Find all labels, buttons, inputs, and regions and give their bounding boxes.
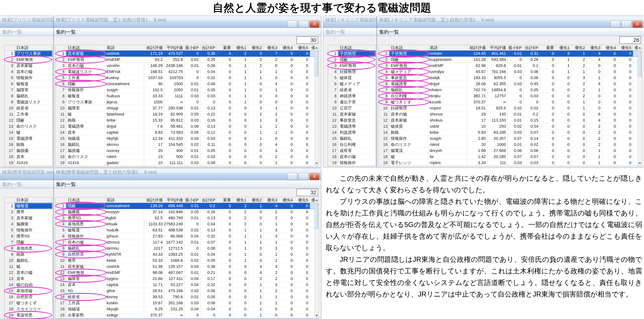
table-row[interactable]: 13嘘体質ustist102500.020.04000200 (378, 123, 638, 130)
table-row[interactable]: 3資本家嘘 (4, 63, 52, 69)
scroll-down-button[interactable] (638, 160, 642, 166)
table-row[interactable]: 19電子レンジrnjdns3.331110.030.03000100 (378, 160, 638, 166)
maximize-button[interactable] (622, 21, 631, 28)
table-row[interactable]: 11資本の嘘shnnus291450.010.2000600 (378, 111, 638, 117)
table-row[interactable]: 12EMF無視msEMF98.08467.0470.010.21004200 (56, 270, 315, 276)
table-row[interactable]: 10脳錯乱 (4, 257, 52, 264)
close-button[interactable]: ✕ (632, 21, 642, 28)
table-row[interactable]: 11資本家嘘usshnk51.36135.1570.030.38004300 (56, 264, 315, 270)
maximize-button[interactable] (299, 173, 308, 180)
table-row[interactable]: 10携帯keitai53.331066.60.020.05010100 (56, 257, 315, 264)
table-row[interactable]: 6嘘報道 (4, 81, 52, 87)
table-row[interactable]: 11嘘falsehood18.2482.9090.050.22002200 (56, 111, 315, 117)
window-titlebar[interactable]: 検索[携帯電磁波問題＿霊と自然の登場1、 9.sea] (54, 168, 321, 180)
table-row[interactable]: 18スカイツリー (4, 306, 52, 312)
table-row[interactable]: 2携帯 (4, 209, 52, 215)
table-row[interactable]: 6電磁誘導dnjyd28.0662.3550.030.45002400 (378, 81, 638, 87)
table-row[interactable]: 1931419 (4, 160, 52, 166)
table-row[interactable]: 6嘘メディア (328, 81, 376, 87)
table-row[interactable]: 16命のリスクrskint2010000.010.02000200 (378, 142, 638, 148)
scroll-down-button[interactable] (315, 313, 319, 318)
record-count-field[interactable]: 26 (619, 37, 641, 44)
table-row[interactable]: 4基地塔悪kttuak1103.3327583.24900.04020100 (56, 221, 315, 227)
table-row[interactable]: 7情報操作susjyh102.520500.010.05010100 (56, 87, 315, 93)
window-titlebar[interactable]: 検索[携帯電磁波問題.sea] (0, 168, 54, 180)
table-row[interactable]: 3資本の嘘usnshn146.292438.1660.010.06012000 (56, 63, 315, 69)
table-row[interactable]: 19電波塔悪 (4, 312, 52, 318)
table-row[interactable]: 9プリウス事故jkprus1000∞00010000 (56, 99, 315, 105)
table-row[interactable]: 8自公利権rknjku382.711275700.03002000 (378, 93, 638, 99)
table-row[interactable]: 6携帯5G (4, 233, 52, 239)
scroll-up-button[interactable] (315, 45, 319, 51)
table-row[interactable]: 13電磁誘導dnjyd7.658.4610.060.13001100 (56, 123, 315, 130)
table-row[interactable]: 16自然拒否 (4, 294, 52, 300)
table-row[interactable]: 1嘘報道 (4, 203, 52, 209)
table-row[interactable]: 1931419gadatz10111.1110.030.09000100 (56, 160, 315, 166)
close-button[interactable]: ✕ (310, 21, 319, 28)
table-row[interactable]: 19企業姿勢ssikgy370.37∞00001000 (56, 312, 315, 318)
table-row[interactable]: 4妊婦無理 (328, 69, 376, 75)
table-row[interactable]: 10公官庁 (328, 105, 376, 111)
table-row[interactable]: 5事故窒息tsskjk183.333055.500.06003100 (378, 75, 638, 81)
table-row[interactable]: 6情報操作jyhsus27.8386.9680.040.32011300 (56, 233, 315, 239)
table-row[interactable]: 5工作者kusksy1037.0310370300.01011000 (56, 75, 315, 81)
table-row[interactable]: 11嘘 (4, 264, 52, 270)
table-row[interactable]: 7脳障害 (4, 87, 52, 93)
table-row[interactable]: 14嘘 (4, 130, 52, 136)
table-row[interactable]: 14資本capital11.7153.2270.040.22001300 (56, 282, 315, 288)
table-row[interactable]: 16脳錯乱skrnnu17154.5450.020.11000400 (56, 142, 315, 148)
table-row[interactable]: 15強磁場hkyhjb12.34411.3330.030.03001000 (56, 136, 315, 142)
table-row[interactable]: 8基地塔悪 (4, 245, 52, 251)
window-titlebar[interactable]: 検索[ＪＲリニア電磁波問題.sea] (323, 16, 376, 28)
table-row[interactable]: 9電磁波リスク (4, 99, 52, 105)
table-row[interactable]: 9賄賂 (4, 251, 52, 257)
table-row[interactable]: 3資本家嘘 (4, 215, 52, 221)
table-row[interactable]: 15電磁誘導 (4, 136, 52, 142)
table-row[interactable]: 9自然拒否kyhNTR43.331083.250.010.04010100 (56, 251, 315, 257)
table-row[interactable]: 10脳障害nhsygi37.77290.5380.010.13003100 (56, 105, 315, 111)
table-row[interactable]: 5嘘報道hudufk63.51488.5380.020.13011300 (56, 227, 315, 233)
table-row[interactable]: 16自公利権 (328, 142, 376, 148)
table-row[interactable]: 11資本家嘘 (328, 111, 376, 117)
table-row[interactable]: 11工作者 (4, 111, 52, 117)
table-row[interactable]: 13命のリスク (4, 123, 52, 130)
table-row[interactable]: 10妊婦無理nnpmr18.51925.50.020.02001000 (378, 105, 638, 111)
table-row[interactable]: 12隠蔽 (4, 117, 52, 123)
table-row[interactable]: 17成長害 (328, 148, 376, 154)
table-row[interactable]: 14嘘の自由 (4, 282, 52, 288)
table-row[interactable]: 17嘘つきくず (4, 300, 52, 306)
table-row[interactable]: 2脳腫瘍nusyyh37.14142.8460.050.26020200 (56, 209, 315, 215)
table-row[interactable]: 1プリウス事故 (4, 51, 52, 57)
table-row[interactable]: 4資本の嘘 (4, 69, 52, 75)
table-row[interactable]: 16経産省kisnsy39.53790.60.010.05001100 (56, 294, 315, 300)
scroll-up-button[interactable] (638, 45, 642, 51)
table-row[interactable]: 18資本の嘘 (328, 154, 376, 160)
table-row[interactable]: 18強磁場hkyujb9.25231.250.040.04001000 (56, 306, 315, 312)
table-row[interactable]: 1資本家嘘usshnk171.19475.52700.36020700 (56, 51, 315, 57)
minimize-button[interactable] (288, 173, 297, 180)
table-row[interactable]: 18嘘lie1.4220.2850.070.07000100 (378, 154, 638, 160)
table-row[interactable]: 9遺伝子害 (328, 99, 376, 105)
table-row[interactable]: 7脳錯乱nhskrn742.7414854.800.05002100 (378, 87, 638, 93)
table-row[interactable]: 4嘘メディアusmdya45.67761.1660.030.06011000 (378, 69, 638, 75)
minimize-button[interactable] (610, 21, 620, 28)
table-row[interactable]: 12賄賂bribe15.3395.8120.030.16001300 (56, 117, 315, 123)
table-row[interactable]: 14資本capital8.8373.5830.050.12001100 (56, 130, 315, 136)
record-count-field[interactable]: 30 (296, 37, 318, 44)
minimize-button[interactable] (288, 21, 297, 28)
window-titlebar[interactable]: 検索[プリウス電磁波問題＿霊と自然の登場1、 9.sea] (54, 16, 321, 28)
table-row[interactable]: 2隠蔽suppression141.28543.38400.26012400 (378, 57, 638, 63)
window-titlebar[interactable]: 検索[ＪＲリニア電磁波問題＿霊と自然の登場1、 9.sea] (377, 16, 644, 28)
vertical-scrollbar[interactable] (638, 45, 642, 166)
table-row[interactable]: 13電磁誘導 (328, 123, 376, 130)
table-row[interactable]: 8嘘報道huduus33.3311110.030.03010000 (56, 93, 315, 99)
table-row[interactable]: 13脳障害syginu21.66127.4110.040.17002200 (56, 276, 315, 282)
table-row[interactable]: 17脳電流dnrynh1.6627.6660.060.06000100 (378, 148, 638, 154)
table-row[interactable]: 10経産省 (4, 105, 52, 111)
table-row[interactable]: 8脳錯乱skrnnu101712712.500.08010300 (56, 245, 315, 251)
table-row[interactable]: 12資本の嘘 (4, 270, 52, 276)
table-row[interactable]: 3EMF無視 (328, 63, 376, 69)
table-row[interactable]: 19情報操作 (328, 160, 376, 166)
table-row[interactable]: 3EMF無視msEMF62.96629.60.010.1012000 (378, 63, 638, 69)
table-row[interactable]: 5情報操作 (4, 227, 52, 233)
